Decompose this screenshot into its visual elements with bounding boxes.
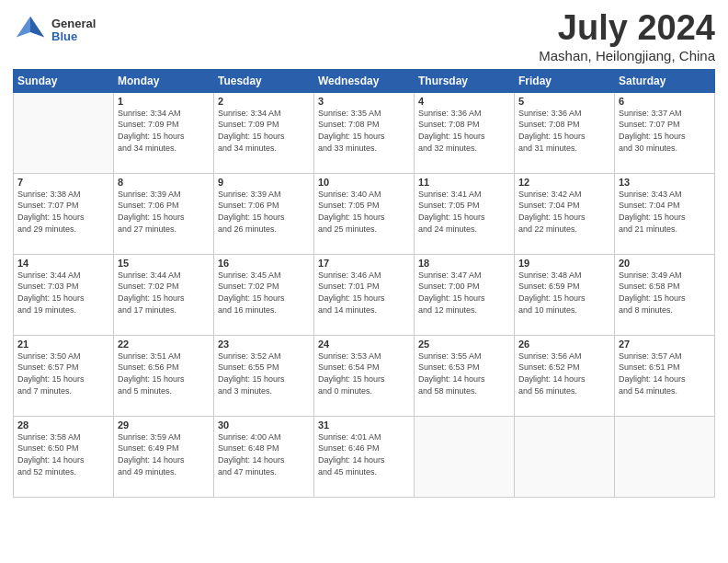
day-info: Sunrise: 3:37 AM Sunset: 7:07 PM Dayligh… bbox=[619, 108, 711, 154]
calendar-cell: 29Sunrise: 3:59 AM Sunset: 6:49 PM Dayli… bbox=[114, 416, 214, 497]
calendar-week-5: 28Sunrise: 3:58 AM Sunset: 6:50 PM Dayli… bbox=[14, 416, 715, 497]
day-info: Sunrise: 3:43 AM Sunset: 7:04 PM Dayligh… bbox=[619, 189, 711, 235]
day-number: 20 bbox=[619, 258, 711, 269]
calendar-cell: 2Sunrise: 3:34 AM Sunset: 7:09 PM Daylig… bbox=[214, 92, 314, 173]
day-info: Sunrise: 4:00 AM Sunset: 6:48 PM Dayligh… bbox=[218, 431, 310, 477]
day-number: 19 bbox=[518, 258, 610, 269]
day-info: Sunrise: 3:53 AM Sunset: 6:54 PM Dayligh… bbox=[318, 350, 410, 396]
day-number: 4 bbox=[418, 96, 510, 107]
calendar-header-saturday: Saturday bbox=[615, 69, 715, 92]
header: General Blue July 2024 Mashan, Heilongji… bbox=[13, 9, 715, 63]
day-number: 22 bbox=[118, 339, 210, 350]
day-info: Sunrise: 3:47 AM Sunset: 7:00 PM Dayligh… bbox=[418, 270, 510, 316]
day-info: Sunrise: 3:36 AM Sunset: 7:08 PM Dayligh… bbox=[518, 108, 610, 154]
day-number: 26 bbox=[518, 339, 610, 350]
day-info: Sunrise: 3:38 AM Sunset: 7:07 PM Dayligh… bbox=[17, 189, 109, 235]
day-info: Sunrise: 3:48 AM Sunset: 6:59 PM Dayligh… bbox=[518, 270, 610, 316]
day-number: 7 bbox=[17, 177, 109, 188]
day-number: 9 bbox=[218, 177, 310, 188]
day-info: Sunrise: 3:39 AM Sunset: 7:06 PM Dayligh… bbox=[118, 189, 210, 235]
location-title: Mashan, Heilongjiang, China bbox=[539, 48, 715, 63]
title-area: July 2024 Mashan, Heilongjiang, China bbox=[539, 9, 715, 63]
calendar-cell: 3Sunrise: 3:35 AM Sunset: 7:08 PM Daylig… bbox=[314, 92, 415, 173]
calendar-cell: 6Sunrise: 3:37 AM Sunset: 7:07 PM Daylig… bbox=[615, 92, 715, 173]
calendar-cell bbox=[14, 92, 114, 173]
calendar-cell: 22Sunrise: 3:51 AM Sunset: 6:56 PM Dayli… bbox=[114, 335, 214, 416]
day-number: 17 bbox=[318, 258, 410, 269]
calendar-cell: 7Sunrise: 3:38 AM Sunset: 7:07 PM Daylig… bbox=[14, 173, 114, 254]
calendar-cell bbox=[415, 416, 515, 497]
calendar-cell: 30Sunrise: 4:00 AM Sunset: 6:48 PM Dayli… bbox=[214, 416, 314, 497]
day-info: Sunrise: 3:44 AM Sunset: 7:03 PM Dayligh… bbox=[17, 270, 109, 316]
calendar-cell bbox=[615, 416, 715, 497]
day-number: 8 bbox=[118, 177, 210, 188]
day-info: Sunrise: 3:41 AM Sunset: 7:05 PM Dayligh… bbox=[418, 189, 510, 235]
calendar-cell: 21Sunrise: 3:50 AM Sunset: 6:57 PM Dayli… bbox=[14, 335, 114, 416]
logo-blue: Blue bbox=[51, 30, 96, 43]
day-info: Sunrise: 3:58 AM Sunset: 6:50 PM Dayligh… bbox=[17, 431, 109, 477]
day-info: Sunrise: 3:52 AM Sunset: 6:55 PM Dayligh… bbox=[218, 350, 310, 396]
calendar-header-friday: Friday bbox=[515, 69, 615, 92]
calendar-week-2: 7Sunrise: 3:38 AM Sunset: 7:07 PM Daylig… bbox=[14, 173, 715, 254]
month-title: July 2024 bbox=[539, 9, 715, 48]
calendar-cell: 28Sunrise: 3:58 AM Sunset: 6:50 PM Dayli… bbox=[14, 416, 114, 497]
calendar-cell: 10Sunrise: 3:40 AM Sunset: 7:05 PM Dayli… bbox=[314, 173, 415, 254]
day-number: 29 bbox=[118, 419, 210, 431]
day-number: 18 bbox=[418, 258, 510, 269]
day-number: 12 bbox=[518, 177, 610, 188]
calendar-header-row: SundayMondayTuesdayWednesdayThursdayFrid… bbox=[14, 69, 715, 92]
calendar-cell: 31Sunrise: 4:01 AM Sunset: 6:46 PM Dayli… bbox=[314, 416, 415, 497]
calendar-header-wednesday: Wednesday bbox=[314, 69, 415, 92]
day-number: 24 bbox=[318, 339, 410, 350]
day-number: 15 bbox=[118, 258, 210, 269]
day-number: 5 bbox=[518, 96, 610, 107]
calendar-cell: 14Sunrise: 3:44 AM Sunset: 7:03 PM Dayli… bbox=[14, 254, 114, 335]
logo: General Blue bbox=[13, 13, 96, 48]
calendar-cell: 17Sunrise: 3:46 AM Sunset: 7:01 PM Dayli… bbox=[314, 254, 415, 335]
calendar-cell: 23Sunrise: 3:52 AM Sunset: 6:55 PM Dayli… bbox=[214, 335, 314, 416]
day-info: Sunrise: 4:01 AM Sunset: 6:46 PM Dayligh… bbox=[318, 431, 410, 477]
day-info: Sunrise: 3:40 AM Sunset: 7:05 PM Dayligh… bbox=[318, 189, 410, 235]
calendar-header-thursday: Thursday bbox=[415, 69, 515, 92]
calendar-header-tuesday: Tuesday bbox=[214, 69, 314, 92]
day-info: Sunrise: 3:35 AM Sunset: 7:08 PM Dayligh… bbox=[318, 108, 410, 154]
day-info: Sunrise: 3:39 AM Sunset: 7:06 PM Dayligh… bbox=[218, 189, 310, 235]
day-info: Sunrise: 3:45 AM Sunset: 7:02 PM Dayligh… bbox=[218, 270, 310, 316]
day-info: Sunrise: 3:57 AM Sunset: 6:51 PM Dayligh… bbox=[619, 350, 711, 396]
day-number: 2 bbox=[218, 96, 310, 107]
calendar-cell: 8Sunrise: 3:39 AM Sunset: 7:06 PM Daylig… bbox=[114, 173, 214, 254]
calendar-cell: 13Sunrise: 3:43 AM Sunset: 7:04 PM Dayli… bbox=[615, 173, 715, 254]
calendar-week-3: 14Sunrise: 3:44 AM Sunset: 7:03 PM Dayli… bbox=[14, 254, 715, 335]
calendar: SundayMondayTuesdayWednesdayThursdayFrid… bbox=[13, 69, 715, 498]
day-info: Sunrise: 3:42 AM Sunset: 7:04 PM Dayligh… bbox=[518, 189, 610, 235]
day-info: Sunrise: 3:36 AM Sunset: 7:08 PM Dayligh… bbox=[418, 108, 510, 154]
day-number: 28 bbox=[17, 419, 109, 431]
logo-icon bbox=[13, 13, 48, 48]
calendar-cell: 24Sunrise: 3:53 AM Sunset: 6:54 PM Dayli… bbox=[314, 335, 415, 416]
calendar-cell: 20Sunrise: 3:49 AM Sunset: 6:58 PM Dayli… bbox=[615, 254, 715, 335]
calendar-header-sunday: Sunday bbox=[14, 69, 114, 92]
day-number: 16 bbox=[218, 258, 310, 269]
logo-text: General Blue bbox=[51, 17, 96, 44]
calendar-cell: 27Sunrise: 3:57 AM Sunset: 6:51 PM Dayli… bbox=[615, 335, 715, 416]
day-info: Sunrise: 3:46 AM Sunset: 7:01 PM Dayligh… bbox=[318, 270, 410, 316]
day-info: Sunrise: 3:51 AM Sunset: 6:56 PM Dayligh… bbox=[118, 350, 210, 396]
calendar-cell: 11Sunrise: 3:41 AM Sunset: 7:05 PM Dayli… bbox=[415, 173, 515, 254]
day-number: 1 bbox=[118, 96, 210, 107]
day-number: 10 bbox=[318, 177, 410, 188]
calendar-header-monday: Monday bbox=[114, 69, 214, 92]
calendar-cell: 1Sunrise: 3:34 AM Sunset: 7:09 PM Daylig… bbox=[114, 92, 214, 173]
calendar-week-4: 21Sunrise: 3:50 AM Sunset: 6:57 PM Dayli… bbox=[14, 335, 715, 416]
logo-general: General bbox=[51, 17, 96, 30]
day-number: 11 bbox=[418, 177, 510, 188]
calendar-cell: 19Sunrise: 3:48 AM Sunset: 6:59 PM Dayli… bbox=[515, 254, 615, 335]
day-info: Sunrise: 3:59 AM Sunset: 6:49 PM Dayligh… bbox=[118, 431, 210, 477]
day-number: 25 bbox=[418, 339, 510, 350]
day-number: 14 bbox=[17, 258, 109, 269]
day-info: Sunrise: 3:49 AM Sunset: 6:58 PM Dayligh… bbox=[619, 270, 711, 316]
day-info: Sunrise: 3:55 AM Sunset: 6:53 PM Dayligh… bbox=[418, 350, 510, 396]
day-info: Sunrise: 3:50 AM Sunset: 6:57 PM Dayligh… bbox=[17, 350, 109, 396]
calendar-cell: 15Sunrise: 3:44 AM Sunset: 7:02 PM Dayli… bbox=[114, 254, 214, 335]
day-number: 31 bbox=[318, 419, 410, 431]
calendar-cell bbox=[515, 416, 615, 497]
